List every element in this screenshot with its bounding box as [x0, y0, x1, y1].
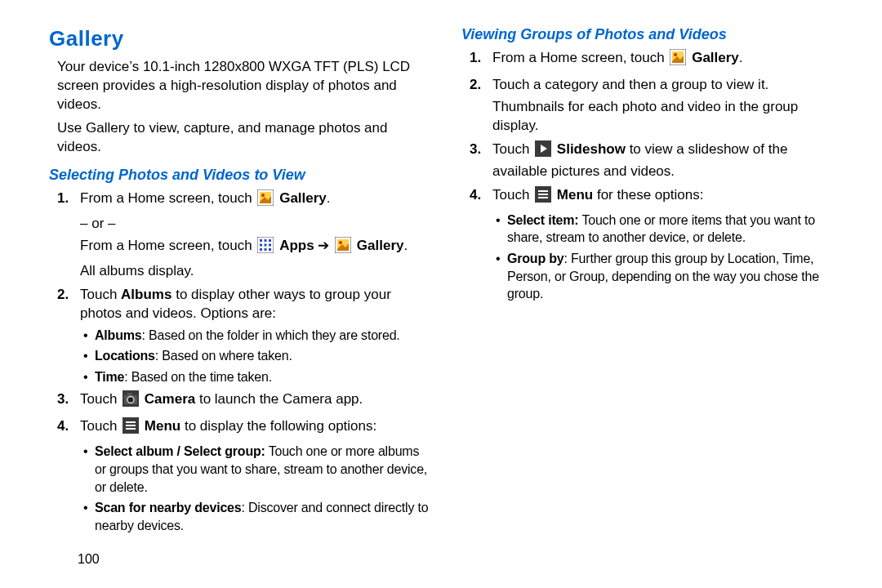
svg-rect-23 [126, 428, 136, 430]
section-b-heading: Viewing Groups of Photos and Videos [461, 24, 841, 44]
svg-rect-4 [260, 239, 262, 242]
text: Scan for nearby devices [95, 501, 242, 514]
text: : Based on the folder in which they are … [141, 328, 399, 342]
step-a1c: All albums display. [80, 262, 429, 281]
svg-rect-8 [265, 243, 267, 246]
page-number: 100 [78, 550, 100, 568]
text: Apps [279, 238, 314, 253]
bullet: Scan for nearby devices: Discover and co… [95, 499, 429, 534]
svg-rect-30 [538, 194, 548, 195]
step-number: 4. [57, 417, 69, 436]
svg-rect-9 [269, 243, 271, 246]
page-title: Gallery [49, 24, 429, 53]
menu-icon [535, 186, 551, 208]
step-a4: 4. Touch Menu to display the following o… [80, 417, 429, 439]
step-number: 3. [57, 390, 69, 409]
text: Gallery [279, 190, 327, 206]
gallery-icon [257, 189, 274, 212]
section-a-heading: Selecting Photos and Videos to View [49, 165, 429, 185]
svg-rect-7 [260, 243, 262, 246]
arrow-text: ➔ [318, 238, 333, 253]
text: Menu [557, 187, 593, 203]
svg-rect-12 [269, 248, 271, 251]
svg-point-19 [127, 397, 134, 403]
step-number: 3. [470, 140, 481, 159]
text: for these options: [593, 187, 703, 203]
text: Gallery [357, 238, 404, 253]
svg-rect-21 [126, 421, 136, 423]
text: to display the following options: [180, 418, 376, 434]
step-number: 4. [470, 186, 481, 205]
text: Touch [492, 187, 533, 203]
apps-icon [257, 237, 274, 259]
text: Menu [145, 418, 180, 434]
svg-rect-5 [265, 239, 267, 242]
step-number: 1. [470, 49, 481, 68]
camera-icon [122, 390, 139, 412]
text: Camera [145, 391, 195, 407]
text: From a Home screen, touch [80, 190, 256, 206]
text: Touch a category and then a group to vie… [492, 77, 768, 92]
menu-icon [122, 417, 139, 439]
svg-rect-18 [127, 393, 132, 395]
gallery-icon [670, 49, 686, 71]
step-number: 2. [470, 76, 481, 95]
text: Select album / Select group: [95, 444, 265, 458]
text: Locations [95, 349, 155, 363]
step-number: 2. [57, 286, 69, 305]
text: : Based on the time taken. [124, 370, 272, 384]
step-b3: 3. Touch Slideshow to view a slideshow o… [492, 140, 841, 181]
svg-rect-6 [269, 239, 271, 242]
step-a2: 2. Touch Albums to display other ways to… [80, 286, 429, 323]
text: Albums [121, 287, 172, 302]
svg-point-15 [339, 241, 342, 244]
text: . [404, 238, 408, 253]
step-a1: 1. From a Home screen, touch Gallery. [80, 189, 429, 212]
text: . [739, 50, 743, 65]
text: . [327, 190, 331, 206]
svg-point-26 [674, 53, 677, 56]
play-icon [535, 140, 551, 163]
svg-rect-31 [538, 197, 548, 198]
text: Touch [492, 141, 533, 157]
text: Time [95, 370, 124, 384]
svg-rect-29 [538, 190, 548, 192]
step-number: 1. [57, 189, 69, 208]
step-b1: 1. From a Home screen, touch Gallery. [492, 49, 841, 71]
text: to launch the Camera app. [195, 391, 363, 407]
step-a1b: From a Home screen, touch Apps ➔ Gallery… [80, 237, 429, 259]
bullet: Group by: Further group this group by Lo… [507, 250, 841, 303]
text: Select item: [507, 213, 578, 227]
text: Gallery [692, 50, 739, 65]
step-b4: 4. Touch Menu for these options: [492, 186, 841, 208]
text: Touch [80, 418, 121, 434]
text: From a Home screen, touch [492, 50, 668, 65]
or-text: – or – [80, 215, 429, 234]
text: From a Home screen, touch [80, 238, 256, 253]
intro-1: Your device’s 10.1-inch 1280x800 WXGA TF… [57, 58, 429, 114]
step-b2b: Thumbnails for each photo and video in t… [492, 98, 841, 136]
text: : Based on where taken. [155, 349, 292, 363]
bullet: Time: Based on the time taken. [95, 368, 429, 386]
step-b2: 2. Touch a category and then a group to … [492, 76, 841, 95]
svg-rect-11 [265, 248, 267, 251]
text: Group by [507, 252, 564, 265]
bullet: Locations: Based on where taken. [95, 347, 429, 365]
svg-rect-10 [260, 248, 262, 251]
bullet: Select item: Touch one or more items tha… [507, 212, 841, 247]
bullet: Select album / Select group: Touch one o… [95, 443, 429, 496]
svg-rect-22 [126, 425, 136, 426]
intro-2: Use Gallery to view, capture, and manage… [57, 119, 429, 157]
text: Albums [95, 328, 141, 342]
gallery-icon [335, 237, 351, 259]
bullet: Albums: Based on the folder in which the… [95, 327, 429, 345]
text: Slideshow [557, 141, 626, 157]
svg-point-2 [261, 194, 265, 197]
text: Touch [80, 391, 121, 407]
step-a3: 3. Touch Camera to launch the Camera app… [80, 390, 429, 412]
text: Touch [80, 287, 121, 302]
